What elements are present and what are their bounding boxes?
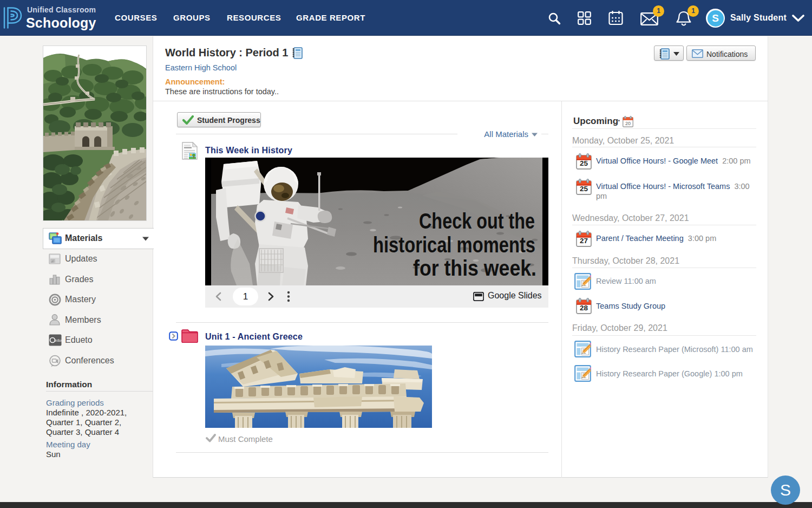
svg-text:edue: edue bbox=[55, 338, 62, 342]
svg-text:20: 20 bbox=[625, 121, 631, 126]
svg-text:for this week.: for this week. bbox=[413, 256, 536, 281]
svg-text:28: 28 bbox=[580, 304, 588, 312]
svg-text:25: 25 bbox=[580, 185, 588, 193]
svg-text:Check out the: Check out the bbox=[419, 209, 535, 233]
svg-text:25: 25 bbox=[580, 159, 588, 167]
svg-text:27: 27 bbox=[580, 237, 588, 245]
svg-text:historical moments: historical moments bbox=[373, 232, 535, 257]
